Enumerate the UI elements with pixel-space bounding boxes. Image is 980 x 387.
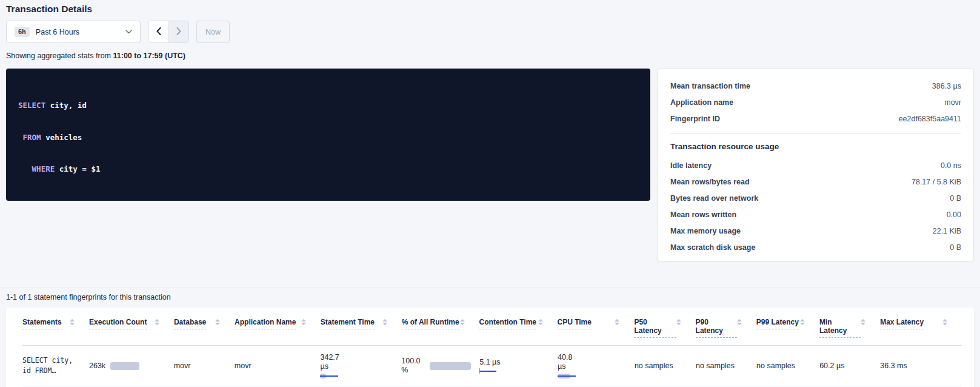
column-header-application-name[interactable]: Application Name [235, 318, 321, 345]
sql-line: WHERE city = $1 [18, 164, 638, 175]
aggregation-period-range: 11:00 to 17:59 (UTC) [113, 52, 185, 60]
column-header-cpu-time[interactable]: CPU Time [558, 318, 635, 345]
column-header-statements[interactable]: Statements [22, 318, 89, 345]
sort-carets-icon[interactable] [800, 319, 805, 325]
stat-label: Mean rows written [670, 210, 736, 219]
cell-p99-latency: no samples [756, 362, 819, 370]
aggregation-period-text: Showing aggregated stats from 11:00 to 1… [6, 52, 974, 60]
stat-value: 0 B [950, 243, 961, 252]
stat-value: 22.1 KiB [933, 227, 961, 235]
sort-carets-icon[interactable] [460, 319, 465, 325]
stat-value: 0 B [950, 194, 961, 203]
sql-keyword: FROM [23, 133, 41, 142]
statement-link[interactable]: SELECT city, id FROM… [22, 355, 89, 376]
stat-value: 386.3 µs [932, 82, 961, 90]
prev-time-button[interactable] [148, 21, 168, 42]
column-header-p50-latency[interactable]: P50 Latency [634, 318, 695, 345]
fingerprints-count-text: 1-1 of 1 statement fingerprints for this… [6, 293, 974, 301]
statement-text-line2: id FROM… [22, 366, 81, 376]
sort-carets-icon[interactable] [676, 319, 681, 325]
max-latency-value: 36.3 ms [880, 362, 907, 370]
sort-carets-icon[interactable] [155, 319, 159, 325]
cell-statement-time: 342.7 µs [320, 353, 401, 379]
sql-keyword: SELECT [18, 101, 45, 110]
cell-cpu-time: 40.8 µs [558, 353, 635, 379]
cell-execution-count: 263k [89, 362, 174, 370]
time-pager [148, 21, 189, 43]
chevron-down-icon [125, 30, 132, 34]
stat-value: 78.17 / 5.8 KiB [912, 178, 961, 186]
page-title: Transaction Details [6, 4, 974, 15]
cell-min-latency: 60.2 µs [819, 362, 880, 370]
chevron-right-icon [176, 27, 181, 37]
stat-value: movr [944, 98, 961, 107]
sort-carets-icon[interactable] [861, 319, 865, 325]
cell-contention-time: 5.1 µs [479, 358, 558, 374]
column-header-database[interactable]: Database [174, 318, 235, 345]
sql-indent [18, 133, 23, 142]
table-header-row: Statements Execution Count Database Appl… [22, 308, 962, 346]
sql-keyword: WHERE [32, 164, 55, 173]
stat-row-idle-latency: Idle latency 0.0 ns [670, 157, 961, 173]
column-header-p99-latency[interactable]: P99 Latency [756, 318, 819, 345]
execution-count-bar [110, 362, 139, 370]
stat-row-mean-rows-written: Mean rows written 0.00 [670, 206, 961, 223]
sort-carets-icon[interactable] [70, 319, 75, 325]
stat-label: Mean transaction time [670, 82, 750, 90]
time-range-badge: 6h [15, 27, 30, 37]
sql-text: vehicles [41, 133, 82, 142]
transaction-summary-card: Mean transaction time 386.3 µs Applicati… [658, 69, 974, 261]
next-time-button[interactable] [168, 21, 188, 42]
stat-row-fingerprint-id: Fingerprint ID ee2df683f5aa9411 [670, 110, 961, 127]
cell-p90-latency: no samples [696, 362, 756, 370]
column-header-statement-time[interactable]: Statement Time [321, 318, 402, 345]
cell-pct-of-all-runtime: 100.0 % [401, 357, 479, 375]
p90-latency-value: no samples [696, 362, 735, 370]
pct-of-all-runtime-bar [430, 362, 471, 370]
cell-p50-latency: no samples [635, 362, 696, 370]
cell-max-latency: 36.3 ms [880, 362, 962, 370]
now-button[interactable]: Now [196, 21, 230, 43]
contention-time-value: 5.1 µs [479, 358, 549, 366]
aggregation-period-prefix: Showing aggregated stats from [6, 52, 113, 60]
application-name-value: movr [235, 362, 252, 370]
cpu-time-value: 40.8 µs [558, 353, 578, 371]
sort-carets-icon[interactable] [215, 319, 220, 325]
stat-row-application-name: Application name movr [670, 94, 961, 110]
column-header-min-latency[interactable]: Min Latency [819, 318, 880, 345]
sort-carets-icon[interactable] [538, 319, 543, 325]
cell-database: movr [174, 362, 235, 370]
stat-label: Mean rows/bytes read [670, 178, 750, 186]
time-range-dropdown[interactable]: 6h Past 6 Hours [6, 21, 141, 43]
stat-value: ee2df683f5aa9411 [899, 115, 961, 123]
transaction-details-page: Transaction Details 6h Past 6 Hours Now … [0, 4, 980, 261]
stat-label: Idle latency [670, 161, 712, 170]
p99-latency-value: no samples [756, 362, 795, 370]
stat-value: 0.0 ns [941, 161, 961, 170]
sql-text: city = $1 [55, 164, 100, 173]
min-latency-value: 60.2 µs [819, 362, 844, 370]
stat-row-bytes-read-over-network: Bytes read over network 0 B [670, 190, 961, 206]
stat-value: 0.00 [947, 210, 961, 219]
sort-carets-icon[interactable] [737, 319, 742, 325]
statement-text-line1: SELECT city, [22, 355, 81, 366]
sort-carets-icon[interactable] [382, 319, 387, 325]
column-header-max-latency[interactable]: Max Latency [880, 318, 962, 345]
stat-row-mean-rows-bytes-read: Mean rows/bytes read 78.17 / 5.8 KiB [670, 173, 961, 190]
cell-application-name: movr [235, 362, 321, 370]
chevron-left-icon [156, 27, 161, 37]
statements-section: 1-1 of 1 statement fingerprints for this… [0, 287, 980, 387]
stat-label: Fingerprint ID [670, 115, 720, 123]
stat-row-max-memory-usage: Max memory usage 22.1 KiB [670, 223, 961, 239]
sql-statement-box: SELECT city, id FROM vehicles WHERE city… [6, 69, 650, 201]
sort-carets-icon[interactable] [942, 319, 947, 325]
column-header-p90-latency[interactable]: P90 Latency [696, 318, 756, 345]
sort-carets-icon[interactable] [301, 319, 306, 325]
sql-line: SELECT city, id [18, 100, 638, 111]
column-header-execution-count[interactable]: Execution Count [89, 318, 174, 345]
column-header-pct-of-all-runtime[interactable]: % of All Runtime [402, 318, 479, 345]
column-header-contention-time[interactable]: Contention Time [479, 318, 558, 345]
statement-time-value: 342.7 µs [320, 353, 345, 371]
statements-table: Statements Execution Count Database Appl… [6, 308, 974, 387]
sort-carets-icon[interactable] [615, 319, 619, 325]
